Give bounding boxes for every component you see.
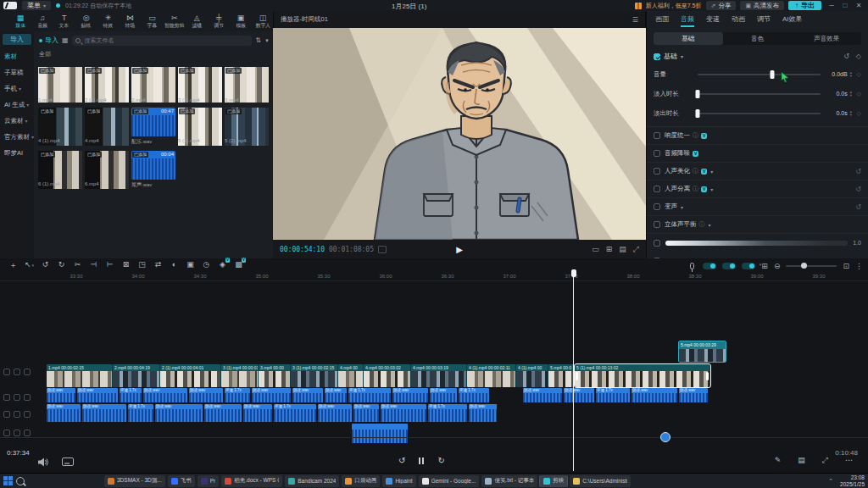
ribbon-tab[interactable]: ⋈ 转场 bbox=[120, 14, 141, 29]
player-menu-icon[interactable]: ☰ bbox=[632, 16, 638, 24]
video-clip[interactable]: 3 (1).mp4 00:00:02:15 bbox=[291, 364, 338, 387]
audio-clip[interactable]: 朗读.wav bbox=[523, 388, 562, 402]
player-view-icon[interactable]: ⊞ bbox=[606, 245, 613, 254]
taskbar-app-icon[interactable] bbox=[66, 476, 75, 485]
audio-clip[interactable]: 朗读.wav bbox=[381, 404, 426, 422]
slider-track[interactable] bbox=[698, 74, 821, 75]
filter-icon[interactable]: ▼ bbox=[264, 38, 270, 43]
timeline-tool-icon[interactable]: ◷ bbox=[198, 260, 214, 271]
audio-clip[interactable]: 朗读.wav bbox=[353, 404, 379, 422]
audio-option-row[interactable]: 人声分离 ⓘ V ▾ ↺ bbox=[647, 180, 868, 198]
chevron-down-icon[interactable]: ▾ bbox=[681, 53, 683, 59]
taskbar-window-button[interactable]: Pr bbox=[198, 475, 220, 487]
taskbar-app-icon[interactable] bbox=[53, 476, 63, 485]
audio-option-row[interactable]: 音频降噪 ⓘ V ▾ ↺ bbox=[647, 145, 868, 163]
video-clip[interactable]: 3 (1).mp4 00:00:01:10 bbox=[221, 364, 259, 387]
reset-icon[interactable]: ↺ bbox=[843, 53, 849, 60]
ribbon-tab[interactable]: ◎ 贴纸 bbox=[76, 14, 97, 29]
audio-clip[interactable]: 朗读.wav bbox=[189, 388, 223, 402]
video-clip[interactable]: 5 (1).mp4 00:00:13:02 bbox=[575, 364, 710, 387]
publish-button[interactable]: ▣ 高清发布 bbox=[740, 1, 784, 10]
inspector-tab[interactable]: 音频 bbox=[681, 14, 694, 27]
ribbon-tab[interactable]: ✂ 智能剪辑 bbox=[164, 14, 185, 29]
sort-icon[interactable]: ⇅ bbox=[255, 36, 261, 44]
audio-clip[interactable]: 变速 1.7x bbox=[459, 388, 489, 402]
video-clip[interactable]: 5.mp4 00:0 bbox=[548, 364, 575, 387]
ribbon-tab[interactable]: ◬ 滤镜 bbox=[186, 14, 207, 29]
ribbon-tab[interactable]: ▣ 模板 bbox=[231, 14, 251, 29]
audio-clip[interactable]: 变速 1.7x bbox=[348, 388, 391, 402]
timeline-tool-icon[interactable]: ✂ bbox=[70, 260, 86, 271]
reset-icon[interactable]: ↺ bbox=[855, 168, 861, 175]
audio-clip[interactable]: 变速 1.7x bbox=[428, 404, 467, 422]
audio-clip[interactable]: 朗读.wav bbox=[47, 388, 75, 402]
framerate-box[interactable] bbox=[378, 246, 387, 253]
stepper[interactable]: ▲▼ bbox=[849, 110, 853, 117]
video-clip-overlay[interactable]: 5.mp4 00:00:03:29 bbox=[678, 341, 726, 363]
timeline-tool-icon[interactable]: ⊢ bbox=[102, 260, 118, 271]
slider-value[interactable]: 0.0dB bbox=[826, 71, 848, 77]
player-view-icon[interactable]: ⤢ bbox=[633, 245, 639, 254]
lock-track-icon[interactable] bbox=[14, 394, 20, 401]
audio-clip[interactable]: 朗读.wav bbox=[82, 404, 126, 422]
taskbar-window-button[interactable]: 口袋动画 bbox=[342, 475, 380, 487]
sidebar-item[interactable]: AI 生成 ▾ bbox=[0, 97, 34, 113]
audio-clip[interactable]: 朗读.wav bbox=[143, 388, 187, 402]
search-box[interactable] bbox=[72, 36, 253, 46]
taskbar-window-button[interactable]: Gemini - Google... bbox=[419, 475, 480, 487]
taskbar-window-button[interactable]: 剪映 bbox=[540, 475, 567, 487]
timeline-tool-icon[interactable]: ⊣ bbox=[86, 260, 102, 271]
audio-clip[interactable]: 朗读.wav bbox=[679, 388, 708, 402]
inspector-subtab[interactable]: 声音效果 bbox=[792, 32, 861, 45]
timeline-footer-icon[interactable]: ⋯ bbox=[845, 456, 853, 465]
audio-clip[interactable]: 朗读.wav bbox=[392, 388, 428, 402]
play-button[interactable]: ▶ bbox=[456, 245, 463, 254]
slider-handle[interactable] bbox=[771, 70, 775, 79]
media-card[interactable]: 已添加 3 (1).mp4 bbox=[178, 67, 222, 103]
audio-clip[interactable]: 朗读.wav bbox=[469, 404, 497, 422]
grid-view-icon[interactable]: ▦ bbox=[62, 36, 69, 44]
timeline-footer-icon[interactable]: ▤ bbox=[798, 456, 805, 465]
audio-clip[interactable]: 朗读.wav bbox=[430, 388, 457, 402]
playhead[interactable] bbox=[573, 269, 574, 471]
checkbox[interactable] bbox=[654, 186, 660, 192]
level-meter[interactable] bbox=[665, 241, 848, 246]
timeline-tool-icon[interactable]: ◐ bbox=[166, 260, 182, 271]
inspector-subtab[interactable]: 音色 bbox=[723, 32, 793, 45]
slider-value[interactable]: 0.0s bbox=[826, 91, 848, 97]
lock-track-icon[interactable] bbox=[14, 430, 20, 436]
pause-button[interactable] bbox=[419, 458, 424, 464]
timeline-tool-icon[interactable]: ↖ bbox=[21, 260, 37, 271]
timeline-tool-icon[interactable]: ↺ bbox=[37, 260, 53, 271]
taskbar-app-icon[interactable] bbox=[92, 476, 101, 485]
inspector-subtab[interactable]: 基础 bbox=[654, 32, 723, 45]
sidebar-item[interactable]: 子草稿 ▾ bbox=[0, 64, 34, 80]
checkbox-basic[interactable] bbox=[654, 53, 660, 60]
audio-clip[interactable]: 朗读.wav bbox=[292, 388, 323, 402]
media-card[interactable]: 已添加 2 (1).mp4 bbox=[85, 67, 129, 103]
import-button[interactable]: 导入 bbox=[3, 34, 31, 45]
sidebar-item[interactable]: 手机 ▾ bbox=[0, 80, 34, 97]
audio-clip[interactable]: 朗读.wav bbox=[632, 388, 677, 402]
mute-track-icon[interactable] bbox=[3, 394, 10, 401]
media-card[interactable]: 已添加 4.mp4 bbox=[85, 108, 129, 146]
audio-clip[interactable]: 朗读.wav bbox=[252, 388, 291, 402]
display-icon[interactable] bbox=[62, 458, 74, 467]
timeline-tool-icon[interactable]: ＋ bbox=[5, 260, 21, 271]
audio-clip-solo[interactable] bbox=[352, 424, 408, 443]
cover-icon[interactable]: ⊞ bbox=[761, 262, 768, 270]
mute-track-icon[interactable] bbox=[3, 430, 10, 436]
media-card[interactable]: 已添加 5 (1).mp4 bbox=[178, 108, 222, 146]
audio-option-row[interactable]: 变声 ⓘ V ▾ ↺ bbox=[647, 198, 868, 216]
inspector-tab[interactable]: AI效果 bbox=[782, 14, 803, 27]
window-control-button[interactable]: ✕ bbox=[853, 2, 865, 9]
slider-handle[interactable] bbox=[696, 109, 700, 118]
mute-track-icon[interactable] bbox=[3, 411, 10, 418]
media-card[interactable]: 已添加 00:04 尾声.wav bbox=[131, 151, 175, 189]
slider-track[interactable] bbox=[698, 93, 821, 95]
hide-track-icon[interactable] bbox=[24, 369, 31, 375]
promo-banner[interactable]: 新人福利，低至7.5折 bbox=[646, 2, 702, 10]
audio-clip[interactable]: 变速 1.7x bbox=[120, 388, 142, 402]
audio-clip[interactable]: 朗读.wav bbox=[564, 388, 594, 402]
audio-clip[interactable]: 变速 1.7x bbox=[596, 388, 630, 402]
